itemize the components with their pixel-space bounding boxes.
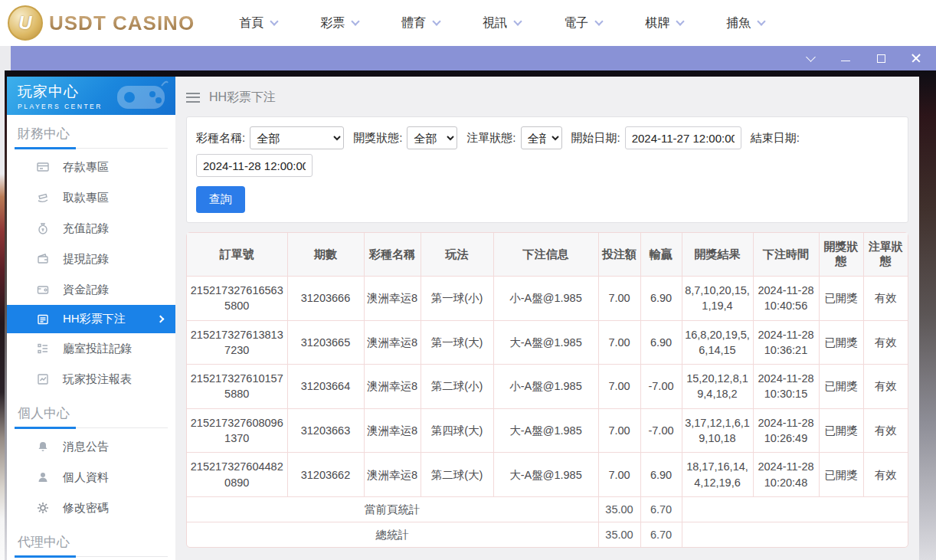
menu-toggle-icon[interactable]	[186, 93, 200, 103]
summary-bet-total: 35.00	[598, 522, 640, 547]
bets-table-panel: 訂單號 期數 彩種名稱 玩法 下注信息 投注額 輸贏 開獎結果 下注時間 開獎狀…	[186, 232, 908, 548]
cell-issue: 31203664	[287, 365, 364, 409]
cell-bet-time: 2024-11-28 10:40:56	[753, 277, 819, 321]
sidebar-item-fund-records[interactable]: 資金記錄	[7, 274, 175, 305]
report-icon	[36, 372, 50, 386]
sidebar-section-personal: 個人中心	[15, 395, 168, 428]
start-date-input[interactable]	[625, 126, 741, 149]
sidebar-items-finance: 存款專區 取款專區 充值記錄 提現記錄 資金記錄	[7, 149, 175, 395]
cell-draw-status: 已開獎	[819, 453, 863, 497]
current-page-summary-row: 當前頁統計 35.00 6.70	[187, 496, 908, 522]
cell-winloss: 6.90	[640, 320, 682, 365]
table-row: 2152173276138137230 31203665 澳洲幸运8 第一球(大…	[187, 320, 908, 365]
cell-lottery: 澳洲幸运8	[364, 408, 421, 453]
sidebar-item-profile[interactable]: 個人資料	[7, 462, 175, 493]
sidebar-item-label: 取款專區	[63, 191, 109, 205]
chevron-right-icon	[157, 316, 165, 323]
search-button[interactable]: 查詢	[196, 186, 245, 213]
table-row: 2152173276080961370 31203663 澳洲幸运8 第四球(大…	[187, 408, 908, 453]
nav-label: 體育	[401, 15, 426, 31]
sidebar-item-label: 個人資料	[63, 470, 109, 485]
cell-order-status: 有效	[863, 365, 908, 409]
collapse-chevron-icon[interactable]	[804, 52, 817, 64]
nav-item-home[interactable]: 首頁	[239, 15, 277, 31]
nav-label: 捕魚	[726, 15, 751, 31]
bell-icon	[36, 440, 50, 454]
col-winloss: 輸贏	[640, 233, 682, 277]
sidebar-item-hh-lottery-bets[interactable]: HH彩票下注	[7, 305, 175, 333]
chevron-down-icon	[351, 17, 359, 25]
cell-bet-amount: 7.00	[598, 453, 640, 497]
cell-draw-status: 已開獎	[819, 365, 863, 409]
sidebar-item-deposit[interactable]: 存款專區	[7, 152, 175, 182]
order-status-select[interactable]: 全部	[521, 126, 562, 149]
withdraw-hand-icon	[36, 191, 50, 205]
cell-draw-result: 3,17,12,1,6,19,10,18	[682, 408, 753, 453]
cell-order-no: 2152173276165635800	[187, 277, 287, 321]
sidebar-item-label: 存款專區	[63, 160, 109, 175]
brand-name: USDT CASINO	[49, 11, 195, 35]
end-date-label: 結束日期:	[751, 131, 800, 146]
minimize-icon[interactable]	[839, 52, 852, 64]
cell-draw-status: 已開獎	[819, 408, 863, 453]
col-bet-info: 下注信息	[493, 233, 598, 277]
nav-label: 棋牌	[645, 15, 669, 31]
cell-bet-info: 大-A盤@1.985	[493, 408, 598, 453]
gear-icon	[36, 501, 50, 515]
cell-order-no: 2152173276138137230	[187, 320, 287, 365]
cell-issue: 31203665	[287, 320, 364, 365]
cell-order-no: 2152173276044820890	[187, 453, 287, 497]
draw-status-label: 開獎狀態:	[353, 131, 402, 146]
sidebar-item-recharge-records[interactable]: 充值記錄	[7, 213, 175, 244]
col-issue: 期數	[287, 233, 364, 277]
chevron-down-icon	[757, 17, 765, 25]
nav-item-sports[interactable]: 體育	[401, 15, 440, 31]
main-content: HH彩票下注 彩種名稱: 全部 開獎狀態: 全部 注單狀態:	[175, 77, 919, 560]
sidebar-item-announcements[interactable]: 消息公告	[7, 431, 175, 462]
cell-play: 第一球(大)	[421, 320, 493, 365]
nav-item-lottery[interactable]: 彩票	[320, 15, 358, 31]
sidebar-item-withdrawal-records[interactable]: 提現記錄	[7, 244, 175, 274]
sidebar-item-label: 玩家投注報表	[63, 372, 132, 387]
close-icon[interactable]	[910, 52, 922, 64]
sidebar-item-withdraw[interactable]: 取款專區	[7, 182, 175, 213]
sidebar-item-change-password[interactable]: 修改密碼	[7, 493, 175, 523]
cell-lottery: 澳洲幸运8	[364, 277, 421, 321]
end-date-input[interactable]	[196, 154, 313, 177]
nav-label: 彩票	[320, 15, 345, 31]
col-draw-status: 開獎狀態	[819, 233, 863, 277]
maximize-icon[interactable]	[875, 52, 887, 64]
brand-logo[interactable]: U USDT CASINO	[8, 5, 195, 41]
nav-label: 首頁	[239, 15, 263, 31]
cell-bet-time: 2024-11-28 10:20:48	[753, 453, 819, 497]
nav-item-cards[interactable]: 棋牌	[645, 15, 683, 31]
cell-bet-info: 小-A盤@1.985	[493, 277, 598, 321]
sidebar-item-player-bet-report[interactable]: 玩家投注報表	[7, 364, 175, 395]
cell-winloss: -7.00	[640, 365, 682, 409]
nav-item-fishing[interactable]: 捕魚	[726, 15, 764, 31]
table-row: 2152173276101575880 31203664 澳洲幸运8 第二球(小…	[187, 365, 908, 409]
cell-bet-time: 2024-11-28 10:30:15	[753, 365, 819, 409]
cell-draw-status: 已開獎	[819, 320, 863, 365]
cell-play: 第二球(大)	[421, 453, 493, 497]
cell-play: 第二球(小)	[421, 365, 493, 409]
draw-status-select[interactable]: 全部	[407, 126, 457, 149]
sidebar-item-room-bet-records[interactable]: 廳室投註記錄	[7, 333, 175, 364]
cell-draw-result: 16,8,20,19,5,6,14,15	[682, 320, 753, 365]
player-center-modal: 玩家中心 PLAYERS CENTER 財務中心 存款專區	[7, 77, 919, 560]
window-titlebar	[11, 46, 936, 70]
cell-winloss: -7.00	[640, 408, 682, 453]
start-date-label: 開始日期:	[571, 131, 620, 146]
cell-order-status: 有效	[863, 277, 908, 321]
sidebar-section-finance: 財務中心	[15, 115, 168, 149]
col-order-no: 訂單號	[187, 233, 287, 277]
deposit-card-icon	[36, 160, 50, 174]
player-center-window: 玩家中心 PLAYERS CENTER 財務中心 存款專區	[5, 70, 936, 560]
nav-item-video[interactable]: 視訊	[483, 15, 521, 31]
window-body: 玩家中心 PLAYERS CENTER 財務中心 存款專區	[0, 70, 936, 560]
page-background-strip	[0, 46, 11, 70]
lottery-name-select[interactable]: 全部	[250, 126, 344, 149]
chevron-down-icon	[594, 17, 603, 25]
nav-item-slots[interactable]: 電子	[564, 15, 602, 31]
cell-bet-amount: 7.00	[598, 277, 640, 321]
